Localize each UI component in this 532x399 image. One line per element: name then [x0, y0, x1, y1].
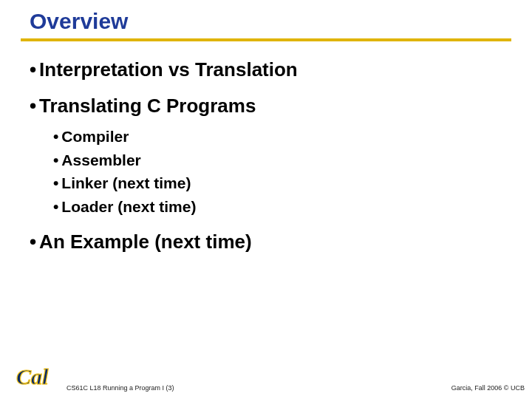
footer-left-text: CS61C L18 Running a Program I (3) — [66, 384, 174, 392]
bullet-level2: •Linker (next time) — [53, 171, 502, 195]
slide-footer: Cal CS61C L18 Running a Program I (3) Ga… — [0, 358, 532, 393]
slide-body: •Interpretation vs Translation •Translat… — [0, 41, 532, 254]
slide-title: Overview — [0, 9, 532, 38]
bullet-dot-icon: • — [53, 151, 58, 168]
cal-logo-icon: Cal — [15, 362, 59, 392]
bullet-level1: •Translating C Programs — [30, 94, 502, 118]
bullet-text: Translating C Programs — [39, 95, 256, 117]
bullet-text: An Example (next time) — [39, 231, 252, 253]
bullet-dot-icon: • — [53, 174, 58, 191]
bullet-text: Interpretation vs Translation — [39, 58, 298, 81]
bullet-level1: •An Example (next time) — [30, 230, 502, 254]
bullet-level2: •Compiler — [53, 125, 502, 149]
bullet-dot-icon: • — [53, 128, 58, 145]
slide: Overview •Interpretation vs Translation … — [0, 0, 532, 399]
bullet-text: Compiler — [61, 128, 129, 145]
bullet-text: Linker (next time) — [61, 174, 191, 191]
bullet-dot-icon: • — [30, 231, 36, 253]
svg-text:Cal: Cal — [16, 364, 49, 389]
bullet-text: Assembler — [61, 151, 140, 168]
bullet-dot-icon: • — [53, 198, 58, 215]
bullet-dot-icon: • — [30, 58, 36, 81]
bullet-text: Loader (next time) — [61, 198, 196, 215]
bullet-level2: •Loader (next time) — [53, 195, 502, 219]
bullet-dot-icon: • — [30, 95, 36, 117]
bullet-level1: •Interpretation vs Translation — [30, 58, 502, 82]
bullet-level2: •Assembler — [53, 149, 502, 172]
footer-right-text: Garcia, Fall 2006 © UCB — [451, 384, 525, 392]
sub-bullet-group: •Compiler •Assembler •Linker (next time)… — [30, 125, 502, 218]
